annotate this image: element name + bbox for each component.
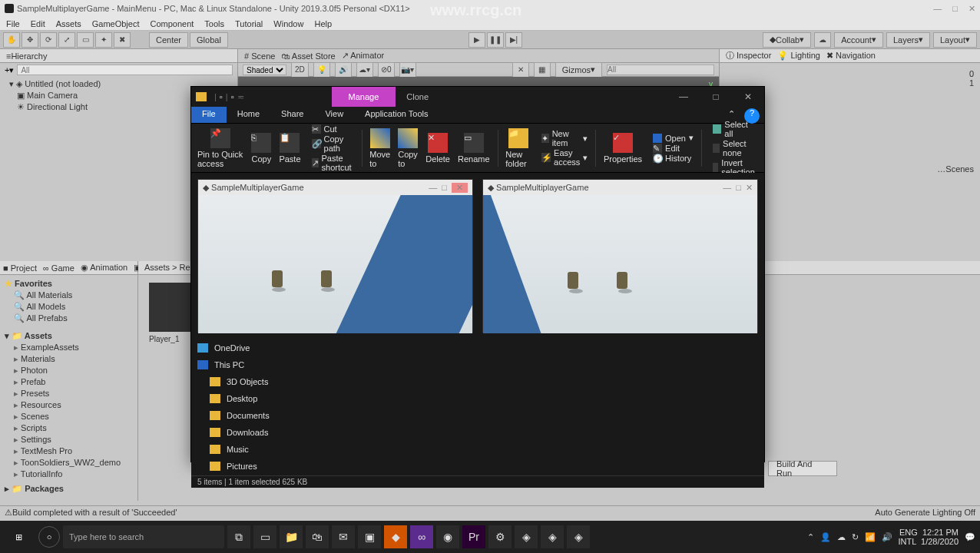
taskbar-app-6[interactable]: ◆ <box>384 525 407 548</box>
nav-desktop[interactable]: Desktop <box>197 392 758 405</box>
minimize-icon[interactable]: — <box>933 4 942 14</box>
custom-tool-icon[interactable]: ✖ <box>114 32 131 48</box>
folder-toonsoldiers[interactable]: ToonSoldiers_WW2_demo <box>3 457 134 469</box>
explorer-minimize-icon[interactable]: — <box>667 91 700 102</box>
ribbon-tab-file[interactable]: File <box>191 107 227 123</box>
nav-onedrive[interactable]: OneDrive <box>197 342 758 354</box>
nav-downloads[interactable]: Downloads <box>197 426 758 439</box>
shading-dropdown[interactable]: Shaded <box>243 65 286 75</box>
start-button-icon[interactable]: ⊞ <box>5 523 32 551</box>
folder-materials[interactable]: Materials <box>3 353 134 365</box>
explorer-maximize-icon[interactable]: □ <box>700 91 732 102</box>
tray-notifications-icon[interactable]: 💬 <box>965 532 975 542</box>
menu-component[interactable]: Component <box>150 19 194 28</box>
nav-music[interactable]: Music <box>197 443 758 455</box>
light-toggle-icon[interactable]: 💡 <box>313 62 330 78</box>
delete-button[interactable]: ✕Delete <box>425 133 450 164</box>
ribbon-tab-share[interactable]: Share <box>270 107 314 123</box>
menu-tools[interactable]: Tools <box>204 19 224 28</box>
rotate-tool-icon[interactable]: ⟳ <box>40 32 57 48</box>
pause-button-icon[interactable]: ❚❚ <box>487 32 504 48</box>
tray-people-icon[interactable]: 👤 <box>820 532 831 542</box>
hand-tool-icon[interactable]: ✋ <box>3 32 20 48</box>
menu-gameobject[interactable]: GameObject <box>92 19 140 28</box>
build-and-run-button[interactable]: Build And Run <box>768 461 837 476</box>
fav-materials[interactable]: 🔍 All Materials <box>3 290 134 301</box>
rect-tool-icon[interactable]: ▭ <box>77 32 94 48</box>
taskbar-app-unity1[interactable]: ◈ <box>515 525 538 548</box>
create-dropdown-icon[interactable]: +▾ <box>5 65 14 75</box>
tab-lighting[interactable]: 💡 Lighting <box>777 51 820 61</box>
taskbar-app-settings[interactable]: ⚙ <box>488 525 512 548</box>
hierarchy-tab[interactable]: ≡ Hierarchy <box>0 49 237 63</box>
folder-scenes[interactable]: Scenes <box>3 411 134 422</box>
rename-button[interactable]: ▭Rename <box>458 133 490 164</box>
copy-button[interactable]: ⎘Copy <box>251 133 271 164</box>
tab-inspector[interactable]: ⓘ Inspector <box>726 50 771 61</box>
move-to-button[interactable]: Move to <box>369 128 390 168</box>
assets-root[interactable]: ▾ 📁 Assets <box>3 330 134 342</box>
folder-exampleassets[interactable]: ExampleAssets <box>3 342 134 353</box>
manage-tab[interactable]: Manage <box>332 87 396 107</box>
nav-this-pc[interactable]: This PC <box>197 359 758 371</box>
menu-file[interactable]: File <box>6 19 20 28</box>
explorer-titlebar[interactable]: |▫|▫≂ Manage Clone — □ ✕ <box>191 87 764 107</box>
paste-button[interactable]: 📋Paste <box>279 133 300 164</box>
tray-chevron-icon[interactable]: ⌃ <box>807 532 814 542</box>
layers-dropdown[interactable]: Layers ▾ <box>886 32 930 48</box>
pivot-toggle[interactable]: Center <box>149 32 188 48</box>
taskbar-app-mail[interactable]: ✉ <box>332 525 355 548</box>
nav-documents[interactable]: Documents <box>197 409 758 422</box>
taskbar-app-unity3[interactable]: ◈ <box>567 525 590 548</box>
tab-assetstore[interactable]: 🛍 Asset Store <box>281 51 335 61</box>
taskbar-app-vs[interactable]: ∞ <box>410 525 433 548</box>
menu-edit[interactable]: Edit <box>31 19 45 28</box>
easy-access-button[interactable]: ⚡Easy access ▾ <box>538 148 588 167</box>
open-button[interactable]: Open ▾ <box>650 133 694 143</box>
ribbon-tab-view[interactable]: View <box>314 107 354 123</box>
step-button-icon[interactable]: ▶| <box>505 32 522 48</box>
tab-game[interactable]: ∞ Game <box>43 263 74 273</box>
folder-resources[interactable]: Resources <box>3 399 134 411</box>
taskbar-app-unity2[interactable]: ◈ <box>541 525 564 548</box>
account-dropdown[interactable]: Account ▾ <box>834 32 883 48</box>
audio-toggle-icon[interactable]: 🔊 <box>335 62 352 78</box>
move-tool-icon[interactable]: ✥ <box>22 32 38 48</box>
folder-photon[interactable]: Photon <box>3 365 134 376</box>
fav-prefabs[interactable]: 🔍 All Prefabs <box>3 313 134 324</box>
transform-tool-icon[interactable]: ✦ <box>95 32 112 48</box>
scale-tool-icon[interactable]: ⤢ <box>58 32 75 48</box>
packages-root[interactable]: ▸ 📁 Packages <box>3 483 134 495</box>
edit-button[interactable]: ✎Edit <box>650 144 694 153</box>
taskbar-app-store[interactable]: 🛍 <box>306 525 329 548</box>
maximize-icon[interactable]: □ <box>952 4 958 14</box>
ribbon-tab-home[interactable]: Home <box>227 107 270 123</box>
favorites-root[interactable]: Favorites <box>3 278 134 290</box>
tray-volume-icon[interactable]: 🔊 <box>882 532 892 542</box>
gizmo-vis-icon[interactable]: ⊘0 <box>378 62 395 78</box>
folder-tutorialinfo[interactable]: TutorialInfo <box>3 469 134 480</box>
cortana-icon[interactable]: ○ <box>38 526 60 548</box>
camera-icon[interactable]: 📷▾ <box>399 62 416 78</box>
tab-scene[interactable]: # Scene <box>244 51 275 61</box>
select-all-button[interactable]: Select all <box>710 120 758 138</box>
select-none-button[interactable]: Select none <box>710 139 758 157</box>
folder-presets[interactable]: Presets <box>3 388 134 399</box>
nav-3d-objects[interactable]: 3D Objects <box>197 376 758 388</box>
close-icon[interactable]: ✕ <box>968 4 975 14</box>
copy-to-button[interactable]: Copy to <box>398 128 418 168</box>
paste-shortcut-button[interactable]: ↗Paste shortcut <box>309 154 354 172</box>
gizmos-dropdown[interactable]: Gizmos▾ <box>555 62 602 78</box>
taskbar-search-input[interactable]: Type here to search <box>63 525 224 548</box>
game-window-1[interactable]: ◆ SampleMultiplayerGame—□✕ <box>197 179 473 333</box>
fav-models[interactable]: 🔍 All Models <box>3 301 134 313</box>
taskbar-app-1[interactable]: ▭ <box>253 525 276 548</box>
tray-update-icon[interactable]: ↻ <box>852 532 859 542</box>
menu-assets[interactable]: Assets <box>56 19 81 28</box>
taskbar-app-5[interactable]: ▣ <box>358 525 381 548</box>
clear-icon[interactable]: ✕ <box>512 62 529 78</box>
menu-tutorial[interactable]: Tutorial <box>235 19 263 28</box>
play-button-icon[interactable]: ▶ <box>468 32 485 48</box>
cut-button[interactable]: ✂Cut <box>309 124 354 134</box>
folder-textmesh[interactable]: TextMesh Pro <box>3 445 134 457</box>
